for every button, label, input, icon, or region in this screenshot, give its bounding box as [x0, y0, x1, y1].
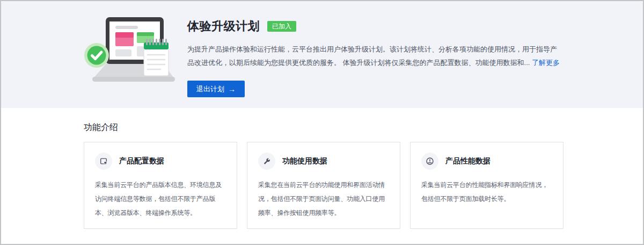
card-head: 功能使用数据: [258, 153, 391, 170]
features-heading: 功能介绍: [84, 122, 643, 133]
experience-upgrade-plan-panel: 体验升级计划 已加入 为提升产品操作体验和运行性能，云平台推出用户体验升级计划。…: [0, 0, 644, 245]
check-badge-graphic: [84, 43, 109, 68]
title-row: 体验升级计划 已加入: [187, 18, 563, 34]
hero-section: 体验升级计划 已加入 为提升产品操作体验和运行性能，云平台推出用户体验升级计划。…: [1, 1, 643, 108]
page-title: 体验升级计划: [187, 18, 260, 34]
learn-more-link[interactable]: 了解更多: [532, 59, 560, 67]
card-title: 功能使用数据: [282, 156, 327, 166]
card-head: 产品性能数据: [421, 153, 554, 170]
card-description: 采集您在当前云平台的功能使用和界面活动情况，包括但不限于页面访问量、功能入口使用…: [258, 178, 391, 220]
exit-plan-button[interactable]: 退出计划 →: [187, 81, 245, 97]
card-description: 采集当前云平台的产品版本信息、环境信息及访问终端信息等数据，包括但不限于产品版本…: [95, 178, 228, 220]
notepad-graphic: [144, 39, 169, 76]
exit-plan-button-label: 退出计划: [196, 84, 224, 94]
feature-cards: 产品配置数据 采集当前云平台的产品版本信息、环境信息及访问终端信息等数据，包括但…: [84, 142, 643, 229]
card-description: 采集当前云平台的性能指标和界面响应情况，包括但不限于页面加载时长等。: [421, 178, 554, 206]
arrow-right-icon: →: [228, 85, 236, 93]
upgrade-plan-illustration: [76, 15, 178, 84]
joined-status-badge: 已加入: [267, 21, 296, 32]
product-config-icon: [95, 153, 112, 170]
card-title: 产品配置数据: [119, 156, 164, 166]
gauge-icon: [421, 153, 438, 170]
feature-card-feature-usage: 功能使用数据 采集您在当前云平台的功能使用和界面活动情况，包括但不限于页面访问量…: [247, 142, 400, 229]
card-title: 产品性能数据: [445, 156, 491, 166]
card-head: 产品配置数据: [95, 153, 228, 170]
feature-card-product-config: 产品配置数据 采集当前云平台的产品版本信息、环境信息及访问终端信息等数据，包括但…: [84, 142, 237, 229]
wrench-icon: [258, 153, 275, 170]
feature-card-product-performance: 产品性能数据 采集当前云平台的性能指标和界面响应情况，包括但不限于页面加载时长等…: [410, 142, 564, 229]
features-section: 功能介绍 产品配置数据 采集当前云平台的产品版本信息、环境信息及访问终端信息等数…: [1, 108, 643, 229]
hero-content: 体验升级计划 已加入 为提升产品操作体验和运行性能，云平台推出用户体验升级计划。…: [187, 15, 563, 97]
plan-description: 为提升产品操作体验和运行性能，云平台推出用户体验升级计划。该计划将统计、分析各项…: [187, 42, 563, 69]
plan-description-text: 为提升产品操作体验和运行性能，云平台推出用户体验升级计划。该计划将统计、分析各项…: [187, 45, 557, 67]
